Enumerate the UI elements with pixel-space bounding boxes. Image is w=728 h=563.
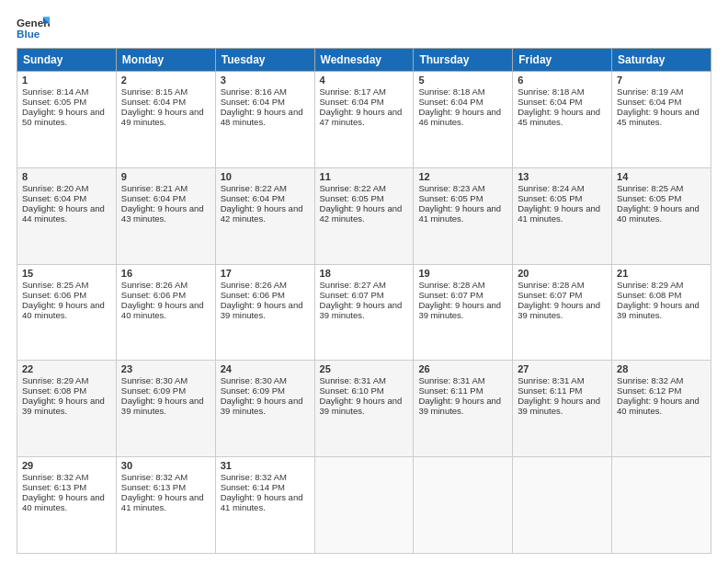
weekday-header-saturday: Saturday [612, 49, 711, 72]
day-number: 29 [22, 460, 111, 471]
calendar-cell: 10Sunrise: 8:22 AMSunset: 6:04 PMDayligh… [215, 167, 314, 264]
calendar-cell: 3Sunrise: 8:16 AMSunset: 6:04 PMDaylight… [215, 72, 314, 168]
day-number: 20 [518, 268, 607, 279]
calendar-cell: 9Sunrise: 8:21 AMSunset: 6:04 PMDaylight… [116, 167, 215, 264]
calendar-cell: 12Sunrise: 8:23 AMSunset: 6:05 PMDayligh… [414, 167, 513, 264]
day-number: 12 [418, 171, 507, 182]
day-number: 5 [418, 75, 507, 86]
calendar-cell: 8Sunrise: 8:20 AMSunset: 6:04 PMDaylight… [17, 167, 117, 264]
calendar-cell: 17Sunrise: 8:26 AMSunset: 6:06 PMDayligh… [215, 264, 314, 361]
calendar-page: General Blue SundayMondayTuesdayWednesda… [0, 0, 728, 563]
calendar-cell: 14Sunrise: 8:25 AMSunset: 6:05 PMDayligh… [612, 167, 711, 264]
calendar-cell: 7Sunrise: 8:19 AMSunset: 6:04 PMDaylight… [612, 72, 711, 168]
calendar-cell: 22Sunrise: 8:29 AMSunset: 6:08 PMDayligh… [17, 361, 117, 457]
day-number: 8 [22, 171, 111, 182]
calendar-cell: 30Sunrise: 8:32 AMSunset: 6:13 PMDayligh… [116, 457, 215, 554]
day-number: 31 [221, 460, 310, 471]
day-number: 16 [121, 268, 210, 279]
day-number: 28 [617, 363, 706, 374]
weekday-header-sunday: Sunday [17, 49, 117, 72]
day-number: 21 [617, 268, 706, 279]
day-number: 9 [121, 171, 210, 182]
header: General Blue [17, 15, 711, 40]
calendar-cell: 21Sunrise: 8:29 AMSunset: 6:08 PMDayligh… [612, 264, 711, 361]
calendar-cell [612, 457, 711, 554]
calendar-cell: 1Sunrise: 8:14 AMSunset: 6:05 PMDaylight… [17, 72, 117, 168]
svg-text:Blue: Blue [17, 28, 40, 40]
calendar-cell: 24Sunrise: 8:30 AMSunset: 6:09 PMDayligh… [215, 361, 314, 457]
day-number: 1 [22, 75, 111, 86]
calendar-cell: 18Sunrise: 8:27 AMSunset: 6:07 PMDayligh… [314, 264, 414, 361]
calendar-cell: 6Sunrise: 8:18 AMSunset: 6:04 PMDaylight… [513, 72, 612, 168]
calendar-cell [513, 457, 612, 554]
calendar-cell: 15Sunrise: 8:25 AMSunset: 6:06 PMDayligh… [17, 264, 117, 361]
day-number: 4 [320, 75, 409, 86]
day-number: 27 [518, 363, 607, 374]
weekday-header-thursday: Thursday [414, 49, 513, 72]
day-number: 22 [22, 363, 111, 374]
calendar-cell: 2Sunrise: 8:15 AMSunset: 6:04 PMDaylight… [116, 72, 215, 168]
day-number: 26 [418, 363, 507, 374]
calendar-cell: 27Sunrise: 8:31 AMSunset: 6:11 PMDayligh… [513, 361, 612, 457]
day-number: 19 [418, 268, 507, 279]
day-number: 15 [22, 268, 111, 279]
calendar-cell: 16Sunrise: 8:26 AMSunset: 6:06 PMDayligh… [116, 264, 215, 361]
weekday-header-friday: Friday [513, 49, 612, 72]
logo-icon: General Blue [17, 15, 50, 40]
day-number: 17 [221, 268, 310, 279]
day-number: 30 [121, 460, 210, 471]
weekday-header-tuesday: Tuesday [215, 49, 314, 72]
calendar-cell: 11Sunrise: 8:22 AMSunset: 6:05 PMDayligh… [314, 167, 414, 264]
day-number: 2 [121, 75, 210, 86]
calendar-cell: 23Sunrise: 8:30 AMSunset: 6:09 PMDayligh… [116, 361, 215, 457]
calendar-cell: 20Sunrise: 8:28 AMSunset: 6:07 PMDayligh… [513, 264, 612, 361]
day-number: 10 [221, 171, 310, 182]
day-number: 25 [320, 363, 409, 374]
calendar-cell: 5Sunrise: 8:18 AMSunset: 6:04 PMDaylight… [414, 72, 513, 168]
weekday-header-monday: Monday [116, 49, 215, 72]
calendar-cell [414, 457, 513, 554]
day-number: 14 [617, 171, 706, 182]
calendar-cell: 26Sunrise: 8:31 AMSunset: 6:11 PMDayligh… [414, 361, 513, 457]
calendar-cell: 29Sunrise: 8:32 AMSunset: 6:13 PMDayligh… [17, 457, 117, 554]
calendar-cell: 4Sunrise: 8:17 AMSunset: 6:04 PMDaylight… [314, 72, 414, 168]
day-number: 6 [518, 75, 607, 86]
calendar-cell: 25Sunrise: 8:31 AMSunset: 6:10 PMDayligh… [314, 361, 414, 457]
day-number: 24 [221, 363, 310, 374]
calendar-table: SundayMondayTuesdayWednesdayThursdayFrid… [17, 48, 711, 554]
calendar-cell: 13Sunrise: 8:24 AMSunset: 6:05 PMDayligh… [513, 167, 612, 264]
day-number: 11 [320, 171, 409, 182]
weekday-header-wednesday: Wednesday [314, 49, 414, 72]
calendar-cell: 19Sunrise: 8:28 AMSunset: 6:07 PMDayligh… [414, 264, 513, 361]
day-number: 23 [121, 363, 210, 374]
day-number: 13 [518, 171, 607, 182]
day-number: 18 [320, 268, 409, 279]
logo: General Blue [17, 15, 50, 40]
day-number: 3 [221, 75, 310, 86]
calendar-cell [314, 457, 414, 554]
calendar-cell: 31Sunrise: 8:32 AMSunset: 6:14 PMDayligh… [215, 457, 314, 554]
calendar-cell: 28Sunrise: 8:32 AMSunset: 6:12 PMDayligh… [612, 361, 711, 457]
day-number: 7 [617, 75, 706, 86]
